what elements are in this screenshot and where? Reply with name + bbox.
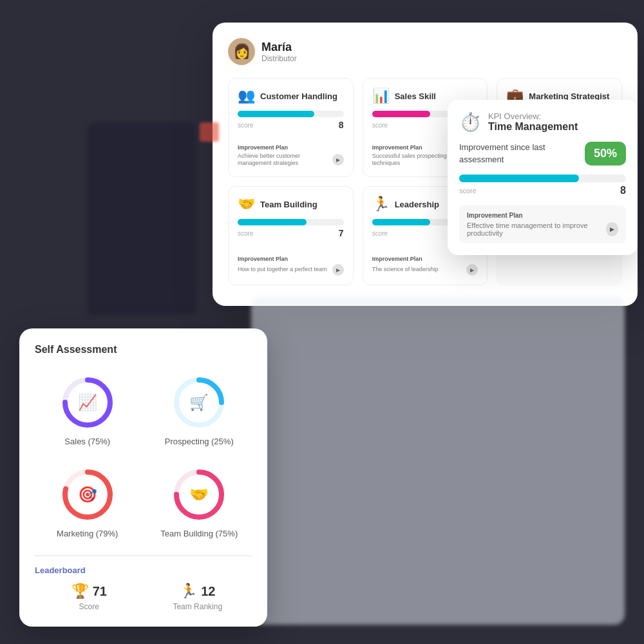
donut-team-building: 🤝 [170, 466, 228, 524]
donut-center-icon-team: 🤝 [189, 486, 209, 504]
score-value: 8 [339, 120, 344, 130]
play-button[interactable]: ▶ [466, 264, 478, 276]
kpi-title-sales: Sales Skill [395, 91, 436, 101]
runner-icon: 🏃 [180, 583, 197, 600]
score-value: 7 [339, 228, 344, 238]
overview-score-row: score 8 [459, 185, 626, 196]
play-button[interactable]: ▶ [332, 264, 344, 276]
kpi-header: 🤝 Team Building [238, 196, 344, 213]
score-label: score [372, 230, 388, 237]
progress-bar-fill [238, 219, 307, 225]
progress-bar-container [238, 219, 344, 225]
leaderboard-score-row: 🏆 71 [71, 583, 107, 600]
kpi-cell-customer: 👥 Customer Handling score 8 Improvement … [228, 78, 354, 177]
kpi-overview-header: ⏱️ KPI Overview: Time Management [459, 111, 626, 133]
leaderboard-ranking-value: 12 [201, 584, 215, 599]
profile-info: María Distributor [261, 41, 297, 63]
avatar-emoji: 👩 [233, 43, 251, 60]
leaderboard-title: Leaderboard [35, 565, 252, 575]
overview-improvement-label: Improvement Plan [467, 212, 618, 219]
overview-score-value: 8 [620, 185, 626, 196]
kpi-overview-info: KPI Overview: Time Management [488, 111, 578, 133]
sa-label-team: Team Building (75%) [160, 529, 238, 538]
leaderboard-ranking-row: 🏃 12 [180, 583, 215, 600]
leaderboard-score-item: 🏆 71 Score [35, 583, 144, 611]
leaderboard-score-label: Score [79, 602, 99, 611]
sa-label-marketing: Marketing (79%) [57, 529, 118, 538]
self-assessment-card: Self Assessment 📈 Sales (75%) 🛒 [19, 328, 267, 627]
customer-icon: 👥 [238, 88, 255, 104]
donut-center-icon-sales: 📈 [78, 393, 97, 412]
improvement-section: Improvement Plan How to put together a p… [238, 256, 344, 276]
overview-improvement-text: Effective time management to improve pro… [467, 222, 606, 237]
progress-bar-container [238, 111, 344, 117]
sa-item-marketing: 🎯 Marketing (79%) [35, 459, 140, 545]
improvement-row: How to put together a perfect team ▶ [238, 264, 344, 276]
improvement-row: The science of leadership ▶ [372, 264, 478, 276]
avatar: 👩 [228, 38, 255, 65]
sa-title: Self Assessment [35, 344, 252, 355]
score-label: score [372, 122, 388, 129]
improvement-label: Improvement Plan [238, 256, 344, 262]
overview-improvement-section: Improvement Plan Effective time manageme… [459, 205, 626, 243]
improvement-text: The science of leadership [372, 266, 439, 274]
sa-item-team-building: 🤝 Team Building (75%) [147, 459, 252, 545]
leaderboard-ranking-label: Team Ranking [173, 602, 222, 611]
timer-icon: ⏱️ [459, 111, 482, 133]
bg-grid [251, 296, 625, 625]
improvement-since-text: Improvement since last assessment [459, 142, 585, 165]
improvement-section: Improvement Plan The science of leadersh… [372, 256, 478, 276]
progress-bar-fill [238, 111, 314, 117]
improvement-label: Improvement Plan [238, 144, 344, 151]
leaderboard-section: Leaderboard 🏆 71 Score 🏃 12 Team Ranking [35, 555, 252, 611]
donut-center-icon-marketing: 🎯 [78, 486, 97, 504]
profile-role: Distributor [261, 54, 297, 63]
progress-bar-fill [372, 111, 431, 117]
leaderboard-ranking-item: 🏃 12 Team Ranking [144, 583, 252, 611]
sa-grid: 📈 Sales (75%) 🛒 Prospecting (25%) [35, 367, 252, 545]
profile-name: María [261, 41, 297, 54]
kpi-cell-team: 🤝 Team Building score 7 Improvement Plan… [228, 186, 354, 285]
overview-progress-fill [459, 175, 579, 182]
improvement-badge: 50% [585, 142, 626, 166]
overview-score-label: score [459, 187, 477, 194]
play-button[interactable]: ▶ [332, 154, 344, 166]
sa-item-prospecting: 🛒 Prospecting (25%) [147, 367, 252, 453]
donut-sales: 📈 [59, 374, 117, 431]
trophy-icon: 🏆 [71, 583, 89, 600]
donut-marketing: 🎯 [59, 466, 117, 524]
kpi-title-team: Team Building [260, 200, 317, 209]
score-row: score 8 [238, 120, 344, 130]
profile-header: 👩 María Distributor [228, 38, 622, 65]
donut-center-icon-prospecting: 🛒 [189, 393, 209, 412]
leadership-icon: 🏃 [372, 196, 390, 213]
donut-prospecting: 🛒 [170, 374, 228, 431]
kpi-overview-name: Time Management [488, 121, 578, 133]
improvement-row: Achieve better customer management strat… [238, 153, 344, 167]
improvement-section: Improvement Plan Achieve better customer… [238, 144, 344, 167]
kpi-overview-title: KPI Overview: [488, 111, 578, 121]
overview-improvement-row: Effective time management to improve pro… [467, 222, 618, 237]
improvement-since-row: Improvement since last assessment 50% [459, 142, 626, 166]
improvement-text: How to put together a perfect team [238, 266, 327, 274]
improvement-text: Achieve better customer management strat… [238, 153, 332, 167]
kpi-title-leadership: Leadership [395, 200, 439, 209]
sa-label-sales: Sales (75%) [64, 437, 110, 446]
score-label: score [238, 230, 253, 237]
overview-progress-container [459, 175, 626, 182]
improvement-label: Improvement Plan [372, 256, 478, 262]
overview-play-button[interactable]: ▶ [606, 222, 618, 236]
kpi-title-customer: Customer Handling [260, 91, 337, 101]
bg-top-hint [200, 122, 219, 142]
team-icon: 🤝 [238, 196, 255, 213]
kpi-overview-card: ⏱️ KPI Overview: Time Management Improve… [448, 100, 638, 255]
progress-bar-fill [372, 219, 431, 225]
leaderboard-grid: 🏆 71 Score 🏃 12 Team Ranking [35, 583, 252, 611]
sa-item-sales: 📈 Sales (75%) [35, 367, 140, 453]
leaderboard-score-value: 71 [93, 584, 107, 599]
sales-icon: 📊 [372, 88, 390, 104]
score-row: score 7 [238, 228, 344, 238]
sa-label-prospecting: Prospecting (25%) [165, 437, 234, 446]
bg-sidebar [87, 122, 196, 316]
kpi-header: 👥 Customer Handling [238, 88, 344, 104]
